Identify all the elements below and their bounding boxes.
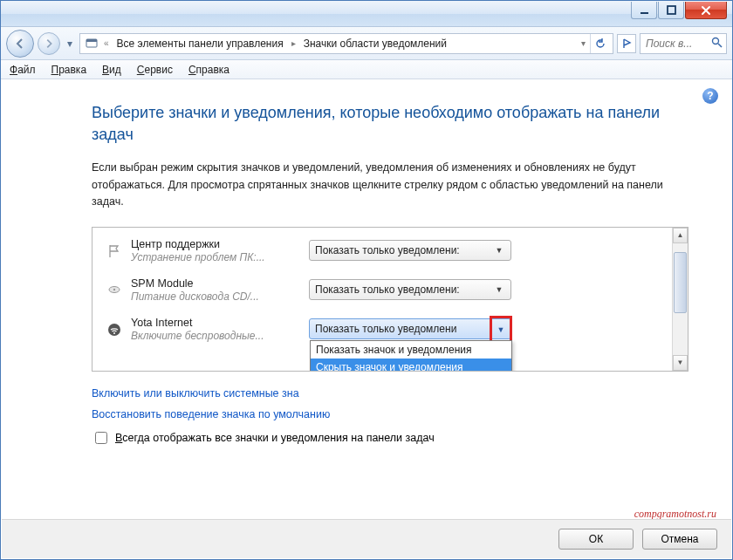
toggle-system-icons-link[interactable]: Включить или выключить системные зна xyxy=(92,387,688,400)
icon-list: Центр поддержки Устранение проблем ПК:..… xyxy=(92,228,672,371)
page-heading: Выберите значки и уведомления, которые н… xyxy=(92,102,688,146)
svg-point-9 xyxy=(113,332,115,334)
cancel-button[interactable]: Отмена xyxy=(642,529,717,550)
nav-forward-button[interactable] xyxy=(38,32,60,55)
flag-icon xyxy=(103,240,126,263)
svg-rect-1 xyxy=(668,6,675,14)
combobox-value: Показать только уведомлени: xyxy=(315,244,493,256)
breadcrumb-separator: ▸ xyxy=(289,38,298,48)
row-title: Yota Internet xyxy=(131,317,300,329)
scroll-down-button[interactable]: ▼ xyxy=(673,355,688,371)
always-show-checkbox[interactable] xyxy=(95,432,107,444)
network-icon xyxy=(103,318,126,341)
breadcrumb[interactable]: « Все элементы панели управления ▸ Значк… xyxy=(79,33,613,54)
combobox-option-selected[interactable]: Скрыть значок и уведомления xyxy=(311,359,511,371)
nav-recent-button[interactable] xyxy=(617,34,636,53)
scroll-thumb[interactable] xyxy=(674,252,687,313)
disc-icon xyxy=(103,279,126,302)
always-show-checkbox-row: Всегда отображать все значки и уведомлен… xyxy=(92,429,688,447)
behavior-combobox[interactable]: Показать только уведомлени: ▼ xyxy=(309,279,511,300)
page-description: Если выбран режим скрытия значков и увед… xyxy=(92,160,688,210)
search-input[interactable] xyxy=(644,37,708,51)
chevron-down-icon: ▼ xyxy=(493,246,505,255)
maximize-button[interactable] xyxy=(658,2,684,19)
icon-row: Yota Internet Включите беспроводные... П… xyxy=(103,311,661,351)
chevron-down-icon: ▼ xyxy=(495,325,507,334)
search-icon[interactable] xyxy=(711,37,723,51)
navbar: ▾ « Все элементы панели управления ▸ Зна… xyxy=(1,27,732,60)
behavior-combobox-open[interactable]: Показать только уведомлени ▼ Показать зн… xyxy=(309,318,511,339)
behavior-combobox[interactable]: Показать только уведомлени: ▼ xyxy=(309,240,511,261)
svg-point-4 xyxy=(713,38,719,44)
refresh-icon[interactable] xyxy=(590,34,609,53)
window-frame: ▾ « Все элементы панели управления ▸ Зна… xyxy=(0,0,733,560)
combobox-option[interactable]: Показать значок и уведомления xyxy=(311,341,511,359)
help-icon[interactable]: ? xyxy=(702,88,718,104)
menu-help[interactable]: Справка xyxy=(188,64,229,76)
row-subtitle: Питание дисковода CD/... xyxy=(131,290,300,303)
menu-edit[interactable]: Правка xyxy=(51,64,87,76)
restore-defaults-link[interactable]: Восстановить поведение значка по умолчан… xyxy=(92,408,688,420)
scrollbar[interactable]: ▲ ▼ xyxy=(672,228,688,371)
links-section: Включить или выключить системные зна Вос… xyxy=(92,387,688,420)
menu-view[interactable]: Вид xyxy=(102,64,121,76)
ok-button[interactable]: ОК xyxy=(558,529,634,550)
minimize-button[interactable] xyxy=(631,2,657,19)
row-subtitle: Устранение проблем ПК:... xyxy=(131,251,300,263)
row-title: SPM Module xyxy=(131,277,300,290)
menu-file[interactable]: Файл xyxy=(10,64,36,76)
breadcrumb-item-1[interactable]: Все элементы панели управления xyxy=(113,36,287,51)
search-box[interactable] xyxy=(640,33,727,54)
svg-point-7 xyxy=(113,288,115,290)
scroll-track[interactable] xyxy=(673,243,688,355)
titlebar xyxy=(1,1,732,27)
icon-row: SPM Module Питание дисковода CD/... Пока… xyxy=(103,272,661,311)
breadcrumb-item-2[interactable]: Значки области уведомлений xyxy=(300,36,450,51)
combobox-value: Показать только уведомлени: xyxy=(315,283,493,296)
always-show-label[interactable]: Всегда отображать все значки и уведомлен… xyxy=(115,432,435,444)
nav-history-dropdown[interactable]: ▾ xyxy=(64,35,76,52)
svg-line-5 xyxy=(718,44,722,47)
menubar: Файл Правка Вид Сервис Справка xyxy=(1,60,732,79)
icon-row: Центр поддержки Устранение проблем ПК:..… xyxy=(103,233,661,272)
icon-list-box: Центр поддержки Устранение проблем ПК:..… xyxy=(92,227,688,372)
content-area: ? Выберите значки и уведомления, которые… xyxy=(1,79,732,521)
close-button[interactable] xyxy=(685,2,727,19)
combobox-dropdown: Показать значок и уведомления Скрыть зна… xyxy=(310,340,512,371)
svg-rect-3 xyxy=(86,39,97,42)
nav-back-button[interactable] xyxy=(6,30,34,58)
chevron-down-icon: ▼ xyxy=(493,285,505,294)
scroll-up-button[interactable]: ▲ xyxy=(673,228,688,243)
breadcrumb-separator: « xyxy=(101,38,112,48)
control-panel-icon xyxy=(84,36,99,51)
breadcrumb-dropdown[interactable]: ▾ xyxy=(579,38,588,48)
row-title: Центр поддержки xyxy=(131,238,300,250)
combobox-value: Показать только уведомлени xyxy=(315,323,505,335)
menu-service[interactable]: Сервис xyxy=(137,64,173,76)
row-subtitle: Включите беспроводные... xyxy=(131,330,300,342)
svg-rect-0 xyxy=(641,12,648,14)
footer: ОК Отмена xyxy=(2,519,731,558)
